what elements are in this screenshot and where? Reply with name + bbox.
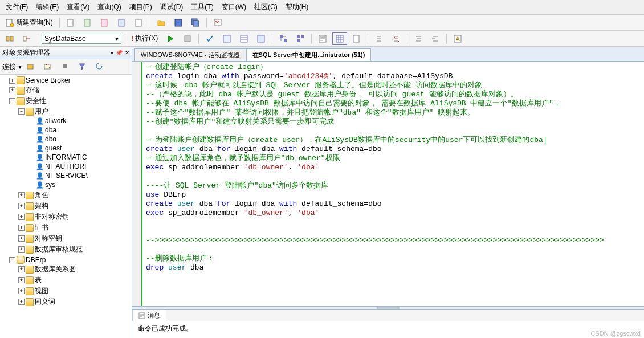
display-plan-icon[interactable] [219,32,234,45]
tree-user-guest[interactable]: guest [27,144,132,152]
tree-service-broker[interactable]: +Service Broker [9,76,132,84]
svg-rect-28 [27,64,33,69]
new-query-label: 新建查询(N) [16,18,53,27]
results-file-icon[interactable] [349,32,364,45]
tree-tables[interactable]: +表 [18,275,132,285]
database-combo[interactable]: SysDataBase ▾ [42,34,121,44]
pin-icon[interactable]: ▾ [111,50,113,56]
tree-user-ntservice[interactable]: NT SERVICE\ [27,172,132,180]
indent-icon[interactable] [411,32,426,45]
new-solution-icon[interactable] [132,17,146,29]
include-stats-icon[interactable] [293,32,308,45]
tree-roles[interactable]: +角色 [18,190,132,200]
toolbar-standard: 新建查询(N) [0,15,644,31]
tree-security[interactable]: −安全性 [9,96,132,106]
new-file-icon[interactable] [80,17,95,29]
tree-users[interactable]: −用户 [18,107,132,116]
tree-user-sys[interactable]: sys [27,181,132,189]
menu-query[interactable]: 查询(Q) [94,1,124,13]
svg-rect-17 [258,35,264,42]
tree-user-information[interactable]: INFORMATIC [27,153,132,161]
menu-project[interactable]: 项目(P) [126,1,156,13]
connect-dropdown-icon[interactable]: ▾ [18,63,22,71]
watermark: CSDN @zgscwxd [590,330,641,337]
new-query-icon [5,18,14,27]
execute-label: 执行(X) [135,34,158,43]
svg-rect-2 [67,19,73,26]
menu-bar: 文件(F) 编辑(E) 查看(V) 查询(Q) 项目(P) 调试(D) 工具(T… [0,0,644,15]
svg-rect-20 [297,35,300,38]
svg-rect-30 [63,64,67,68]
save-icon[interactable] [171,17,186,29]
menu-file[interactable]: 文件(F) [2,1,31,13]
open-icon[interactable] [154,17,169,29]
sql-editor[interactable]: --创建登陆帐户（create login） create login dba … [141,62,644,306]
activity-monitor-icon[interactable] [210,17,225,29]
menu-tools[interactable]: 工具(T) [188,1,217,13]
svg-point-1 [10,23,14,27]
uncomment-icon[interactable] [389,32,403,45]
cancel-icon[interactable] [180,32,195,45]
saveall-icon[interactable] [188,17,203,29]
menu-view[interactable]: 查看(V) [63,1,93,13]
menu-debug[interactable]: 调试(D) [157,1,187,13]
intellisense-icon[interactable] [254,32,268,45]
messages-tab[interactable]: 消息 [132,310,166,321]
menu-window[interactable]: 窗口(W) [218,1,250,13]
svg-rect-12 [10,36,13,41]
new-project-icon[interactable] [97,17,112,29]
tree-audit[interactable]: +数据库审核规范 [18,245,132,254]
execute-button[interactable]: ! 执行(X) [129,32,161,45]
splitter[interactable] [132,306,644,310]
filter-icon[interactable] [75,60,90,73]
autohide-icon[interactable]: 📌 [116,50,123,56]
tree-synonyms[interactable]: +同义词 [18,297,132,307]
svg-rect-9 [193,21,199,26]
new-template-icon[interactable] [115,17,129,29]
close-icon[interactable]: ✕ [125,50,129,56]
tree-views[interactable]: +视图 [18,286,132,296]
tree-symkeys[interactable]: +对称密钥 [18,234,132,243]
tree-asymkeys[interactable]: +非对称密钥 [18,212,132,222]
tree-certs[interactable]: +证书 [18,223,132,233]
svg-rect-14 [185,36,190,42]
tree-schemas[interactable]: +架构 [18,201,132,211]
menu-community[interactable]: 社区(C) [251,1,281,13]
chevron-down-icon: ▾ [115,35,119,43]
tab-sql-query[interactable]: 在SQL Server中创建用...inistrator (51)) [246,48,372,61]
svg-rect-6 [136,19,141,26]
outdent-icon[interactable] [428,32,443,45]
refresh-icon[interactable] [92,60,107,73]
connect-obj-icon[interactable] [24,60,39,73]
results-text-icon[interactable] [315,32,330,45]
specify-values-icon[interactable]: A [450,32,465,45]
svg-rect-16 [241,35,247,42]
menu-help[interactable]: 帮助(H) [282,1,312,13]
tree-user-ntauthority[interactable]: NT AUTHORI [27,162,132,170]
tree-user-dbo[interactable]: dbo [27,135,132,143]
stop-icon[interactable] [58,60,73,73]
object-tree[interactable]: +Service Broker +存储 −安全性 −用户 aliwork dba… [0,75,132,338]
new-query-button[interactable]: 新建查询(N) [2,16,56,29]
tree-user-dba[interactable]: dba [27,126,132,134]
include-plan-icon[interactable] [276,32,291,45]
query-options-icon[interactable] [237,32,251,45]
svg-rect-21 [301,35,304,38]
change-conn-icon[interactable] [19,32,34,45]
tree-user-aliwork[interactable]: aliwork [27,117,132,125]
editor-margin [132,62,141,306]
tree-storage[interactable]: +存储 [9,85,132,95]
tree-diagrams[interactable]: +数据库关系图 [18,264,132,274]
svg-rect-15 [223,35,230,42]
results-grid-icon[interactable] [332,32,347,45]
comment-icon[interactable] [372,32,386,45]
disconnect-icon[interactable] [41,60,56,73]
available-db-icon[interactable] [2,32,17,45]
svg-rect-18 [280,35,283,38]
new-dbquery-icon[interactable] [63,17,78,29]
tab-activity-monitor[interactable]: WINDOWS-8NO7V4E - 活动监视器 [134,48,246,61]
menu-edit[interactable]: 编辑(E) [32,1,62,13]
parse-icon[interactable] [202,32,217,45]
tree-dberp[interactable]: −DBErp [9,256,132,264]
debug-icon[interactable] [163,32,178,45]
